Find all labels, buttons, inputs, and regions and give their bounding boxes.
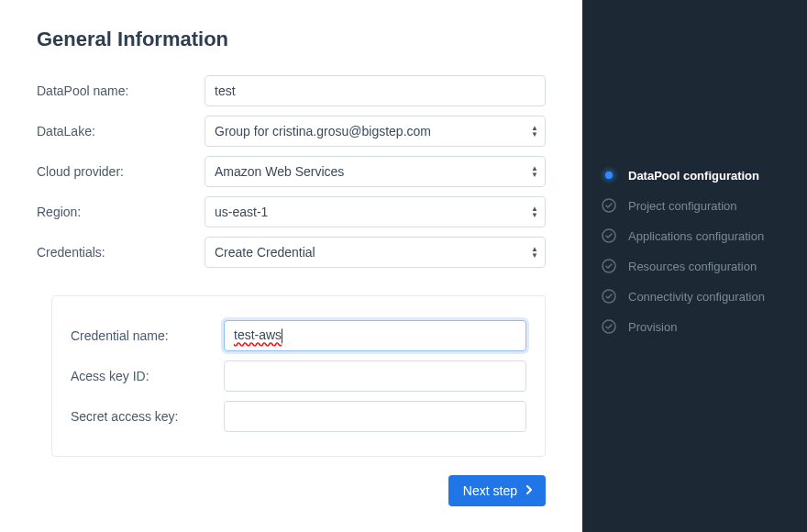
step-label: Provision (628, 320, 677, 334)
step-resources-configuration[interactable]: Resources configuration (601, 258, 807, 274)
input-access-key-id[interactable] (224, 360, 526, 392)
steps-sidebar: DataPool configuration Project configura… (582, 0, 807, 532)
row-credentials: Credentials: Create Credential ▲▼ (37, 237, 546, 268)
input-credential-name[interactable] (224, 320, 526, 351)
row-region: Region: us-east-1 ▲▼ (37, 196, 546, 227)
select-cloud-provider[interactable]: Amazon Web Services (205, 156, 546, 187)
step-applications-configuration[interactable]: Applications configuration (601, 227, 807, 244)
page-title: General Information (37, 28, 546, 51)
step-provision[interactable]: Provision (601, 318, 807, 335)
label-datalake: DataLake: (37, 124, 205, 139)
row-datalake: DataLake: Group for cristina.grosu@bigst… (37, 116, 546, 147)
main-panel: General Information DataPool name: DataL… (0, 0, 582, 532)
step-label: Connectivity configuration (628, 290, 765, 304)
step-project-configuration[interactable]: Project configuration (601, 197, 807, 214)
label-datapool-name: DataPool name: (37, 83, 205, 98)
check-circle-icon (601, 197, 617, 214)
label-credential-name: Credential name: (71, 328, 224, 343)
row-cloud-provider: Cloud provider: Amazon Web Services ▲▼ (37, 156, 546, 187)
row-credential-name: Credential name: test-aws (71, 320, 526, 351)
label-region: Region: (37, 205, 205, 219)
label-cloud-provider: Cloud provider: (37, 164, 205, 179)
row-secret-access-key: Secret access key: (71, 401, 526, 432)
step-label: Resources configuration (628, 260, 757, 273)
next-step-label: Next step (463, 483, 517, 498)
check-circle-icon (601, 258, 617, 274)
step-label: Applications configuration (628, 229, 764, 243)
select-credentials[interactable]: Create Credential (205, 237, 546, 268)
step-datapool-configuration[interactable]: DataPool configuration (601, 167, 807, 183)
input-secret-access-key[interactable] (224, 401, 526, 432)
next-step-button[interactable]: Next step (448, 475, 546, 506)
row-access-key-id: Acess key ID: (71, 360, 526, 392)
label-credentials: Credentials: (37, 245, 205, 260)
step-label: Project configuration (628, 199, 737, 213)
check-circle-icon (601, 318, 617, 335)
select-region[interactable]: us-east-1 (205, 196, 546, 227)
credential-panel: Credential name: test-aws Acess key ID: … (51, 295, 546, 457)
label-access-key-id: Acess key ID: (71, 369, 224, 383)
label-secret-access-key: Secret access key: (71, 409, 224, 424)
check-circle-icon (601, 227, 617, 244)
active-step-bullet-icon (601, 167, 617, 183)
select-datalake[interactable]: Group for cristina.grosu@bigstep.com (205, 116, 546, 147)
step-label: DataPool configuration (628, 169, 759, 183)
step-connectivity-configuration[interactable]: Connectivity configuration (601, 288, 807, 305)
chevron-right-icon (526, 484, 533, 497)
input-datapool-name[interactable] (205, 75, 546, 106)
check-circle-icon (601, 288, 617, 305)
row-datapool-name: DataPool name: (37, 75, 546, 106)
